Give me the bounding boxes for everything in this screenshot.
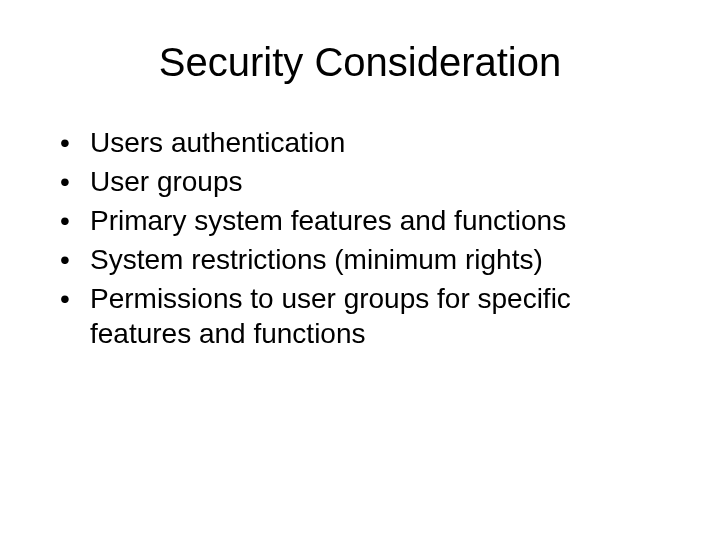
list-item: Permissions to user groups for specific …	[60, 281, 670, 351]
list-item: Primary system features and functions	[60, 203, 670, 238]
slide-title: Security Consideration	[50, 40, 670, 85]
list-item: Users authentication	[60, 125, 670, 160]
bullet-list: Users authentication User groups Primary…	[50, 125, 670, 351]
list-item: User groups	[60, 164, 670, 199]
list-item: System restrictions (minimum rights)	[60, 242, 670, 277]
slide: Security Consideration Users authenticat…	[0, 0, 720, 540]
